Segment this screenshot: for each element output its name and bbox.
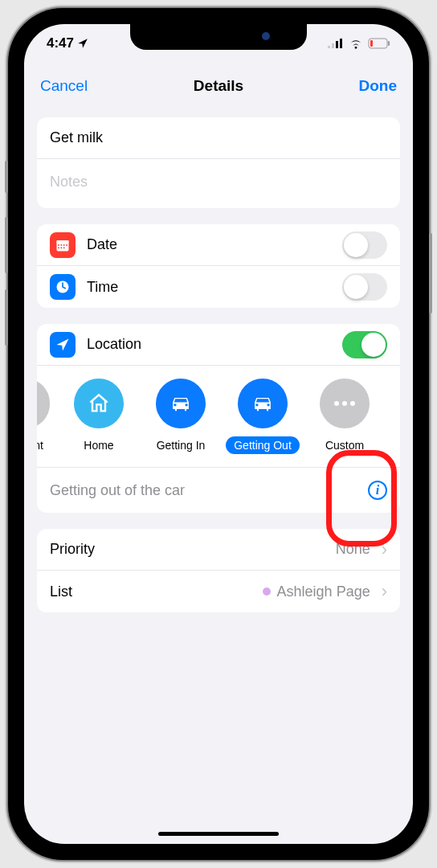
svg-rect-12 bbox=[66, 244, 67, 246]
time-toggle[interactable] bbox=[342, 273, 387, 301]
cellular-icon bbox=[328, 38, 344, 49]
svg-rect-8 bbox=[57, 240, 69, 243]
svg-point-17 bbox=[334, 401, 339, 406]
chip-label-getting-in: Getting In bbox=[149, 436, 214, 454]
current-icon bbox=[37, 379, 50, 428]
reminder-title-input[interactable] bbox=[50, 118, 387, 158]
chip-label-custom: Custom bbox=[317, 436, 372, 454]
priority-label: Priority bbox=[50, 541, 336, 558]
location-chip-home[interactable]: Home bbox=[66, 379, 132, 454]
svg-rect-13 bbox=[58, 247, 59, 248]
location-toggle[interactable] bbox=[342, 331, 387, 358]
location-chip-current[interactable]: nt bbox=[37, 379, 50, 454]
chip-label-current: nt bbox=[37, 436, 51, 454]
list-label: List bbox=[50, 583, 263, 600]
chevron-right-icon: › bbox=[382, 539, 387, 560]
priority-value: None bbox=[336, 541, 370, 558]
status-right bbox=[328, 38, 390, 49]
list-value: Ashleigh Page bbox=[277, 583, 370, 600]
time-label: Time bbox=[87, 279, 342, 296]
power-button bbox=[429, 233, 432, 313]
status-time: 4:47 bbox=[47, 35, 74, 51]
page-title: Details bbox=[194, 77, 243, 95]
svg-rect-2 bbox=[336, 41, 338, 48]
time-row: Time bbox=[37, 266, 400, 308]
location-chips-container: nt Home Getting In bbox=[37, 366, 400, 468]
chip-label-home: Home bbox=[76, 436, 121, 454]
location-services-icon bbox=[77, 38, 88, 49]
chip-label-getting-out: Getting Out bbox=[226, 436, 300, 454]
mute-switch bbox=[5, 161, 8, 193]
priority-row[interactable]: Priority None › bbox=[37, 529, 400, 571]
car-icon bbox=[238, 379, 288, 428]
chevron-right-icon: › bbox=[382, 581, 387, 602]
cancel-button[interactable]: Cancel bbox=[40, 77, 96, 95]
location-label: Location bbox=[87, 336, 342, 353]
svg-point-19 bbox=[350, 401, 355, 406]
wifi-icon bbox=[349, 38, 363, 49]
svg-rect-0 bbox=[328, 46, 330, 48]
svg-rect-14 bbox=[61, 247, 63, 248]
date-row: Date bbox=[37, 224, 400, 266]
phone-frame: 4:47 Cancel Details D bbox=[8, 8, 429, 860]
calendar-icon bbox=[50, 232, 76, 258]
location-chips-scroll[interactable]: nt Home Getting In bbox=[37, 379, 400, 454]
location-row: Location bbox=[37, 324, 400, 366]
svg-rect-5 bbox=[370, 40, 373, 47]
svg-rect-3 bbox=[340, 39, 342, 48]
svg-rect-15 bbox=[63, 247, 65, 248]
house-icon bbox=[74, 379, 124, 428]
title-row bbox=[37, 117, 400, 159]
content: Date Time Location bbox=[24, 109, 413, 637]
svg-rect-10 bbox=[61, 244, 63, 246]
location-chip-getting-in[interactable]: Getting In bbox=[148, 379, 214, 454]
location-arrow-icon bbox=[50, 332, 76, 358]
location-chip-getting-out[interactable]: Getting Out bbox=[230, 379, 296, 454]
info-icon[interactable]: i bbox=[368, 481, 387, 500]
svg-point-18 bbox=[342, 401, 347, 406]
list-color-dot bbox=[263, 588, 271, 596]
svg-rect-1 bbox=[332, 43, 334, 48]
screen: 4:47 Cancel Details D bbox=[24, 24, 413, 844]
clock-icon bbox=[50, 274, 76, 300]
car-icon bbox=[156, 379, 206, 428]
location-chip-custom[interactable]: Custom bbox=[312, 379, 378, 454]
svg-rect-11 bbox=[63, 244, 65, 246]
volume-down bbox=[5, 289, 8, 346]
ellipsis-icon bbox=[320, 379, 370, 428]
location-detail-text: Getting out of the car bbox=[50, 482, 185, 499]
volume-up bbox=[5, 217, 8, 273]
done-button[interactable]: Done bbox=[341, 77, 397, 95]
reminder-notes-input[interactable] bbox=[50, 159, 387, 208]
list-row[interactable]: List Ashleigh Page › bbox=[37, 571, 400, 612]
nav-bar: Cancel Details Done bbox=[24, 63, 413, 109]
notes-row bbox=[37, 159, 400, 208]
battery-low-icon bbox=[368, 38, 390, 49]
priority-list-group: Priority None › List Ashleigh Page › bbox=[37, 529, 400, 612]
date-label: Date bbox=[87, 236, 342, 253]
date-time-group: Date Time bbox=[37, 224, 400, 308]
location-group: Location nt Home bbox=[37, 324, 400, 513]
date-toggle[interactable] bbox=[342, 231, 387, 259]
home-indicator[interactable] bbox=[158, 832, 279, 836]
notch bbox=[130, 24, 307, 50]
title-notes-group bbox=[37, 117, 400, 208]
svg-rect-6 bbox=[388, 41, 390, 46]
location-detail-row[interactable]: Getting out of the car i bbox=[37, 468, 400, 513]
svg-rect-9 bbox=[58, 244, 59, 246]
